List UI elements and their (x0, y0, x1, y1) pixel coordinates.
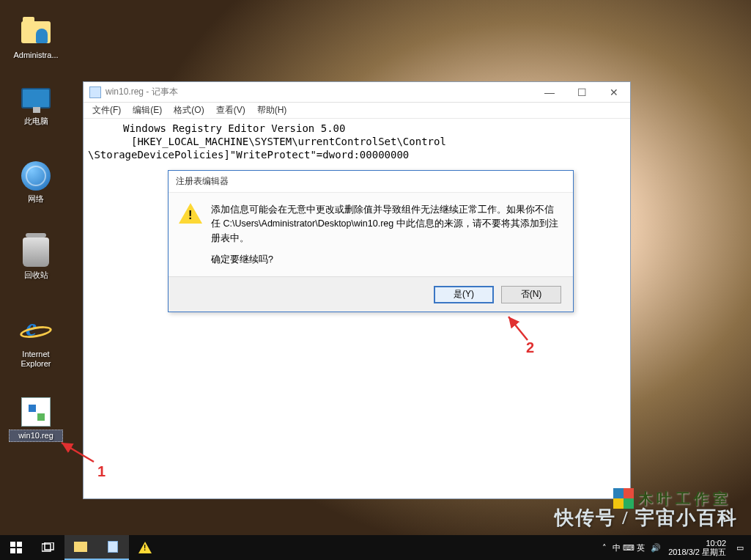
dialog-title: 注册表编辑器 (169, 171, 573, 193)
desktop-icon-label: Administra... (9, 50, 63, 61)
dialog-message-confirm: 确定要继续吗? (211, 253, 563, 267)
recycle-bin-icon (23, 237, 49, 267)
desktop-icon-win10-reg[interactable]: win10.reg (9, 396, 63, 442)
watermark-text: 快传号 / 宇宙小百科 (555, 505, 738, 531)
reg-file-icon (21, 397, 51, 427)
action-center-icon[interactable]: ▭ (733, 543, 747, 553)
desktop-icon-label: 回收站 (9, 270, 63, 281)
registry-dialog[interactable]: 注册表编辑器 添加信息可能会在无意中更改或删除值并导致组件无法继续正常工作。如果… (168, 170, 574, 312)
dialog-text: 添加信息可能会在无意中更改或删除值并导致组件无法继续正常工作。如果你不信任 C:… (211, 203, 563, 276)
notepad-titlebar[interactable]: win10.reg - 记事本 — ☐ ✕ (84, 82, 630, 103)
language-indicator[interactable]: 中 ⌨ 英 (610, 541, 648, 555)
windows-icon (10, 542, 22, 553)
notepad-taskbar-icon (108, 541, 118, 553)
tray-chevron-up-icon[interactable]: ˄ (602, 543, 607, 553)
menu-help[interactable]: 帮助(H) (251, 103, 293, 118)
taskbar-clock[interactable]: 10:02 2018/3/2 星期五 (664, 537, 730, 558)
system-tray[interactable]: ˄ 中 ⌨ 英 🔊 10:02 2018/3/2 星期五 ▭ (602, 535, 751, 560)
warning-icon (179, 203, 202, 276)
notepad-menubar: 文件(F) 编辑(E) 格式(O) 查看(V) 帮助(H) (84, 103, 630, 119)
desktop-icon-ie[interactable]: Internet Explorer (9, 315, 63, 369)
annotation-number-2: 2 (526, 339, 534, 356)
clock-date: 2018/3/2 星期五 (668, 548, 726, 556)
desktop-icon-administrator[interactable]: Administra... (9, 16, 63, 61)
clock-time: 10:02 (668, 539, 726, 548)
svg-rect-4 (10, 548, 15, 553)
globe-icon (21, 161, 51, 191)
desktop-icon-recycle-bin[interactable]: 回收站 (9, 236, 63, 281)
editor-line: \StorageDevicePolicies]"WriteProtect"=dw… (88, 148, 626, 161)
desktop-icon-label: 网络 (9, 194, 63, 205)
task-view-icon (42, 542, 55, 553)
taskbar-app-explorer[interactable] (64, 535, 97, 560)
close-button[interactable]: ✕ (598, 82, 630, 103)
dialog-footer: 是(Y) 否(N) (169, 276, 573, 312)
ie-icon (21, 317, 51, 346)
svg-rect-2 (10, 542, 15, 547)
editor-line: [HKEY_LOCAL_MACHINE\SYSTEM\urrentControl… (88, 135, 626, 148)
menu-format[interactable]: 格式(O) (168, 103, 210, 118)
folder-person-icon (21, 21, 51, 43)
yes-button[interactable]: 是(Y) (434, 286, 494, 303)
desktop-icon-this-pc[interactable]: 此电脑 (9, 82, 63, 127)
no-button[interactable]: 否(N) (501, 286, 561, 303)
start-button[interactable] (0, 535, 32, 560)
svg-rect-5 (17, 548, 22, 553)
volume-icon[interactable]: 🔊 (651, 543, 661, 553)
task-view-button[interactable] (32, 535, 64, 560)
annotation-arrow-1 (59, 441, 95, 465)
editor-line: Windows Registry Editor Version 5.00 (88, 122, 626, 135)
desktop-icon-label: 此电脑 (9, 116, 63, 127)
shield-warning-icon: ! (138, 542, 152, 553)
svg-line-1 (508, 317, 528, 340)
maximize-button[interactable]: ☐ (566, 82, 598, 103)
desktop-icon-label: win10.reg (9, 430, 63, 442)
dialog-body: 添加信息可能会在无意中更改或删除值并导致组件无法继续正常工作。如果你不信任 C:… (169, 193, 573, 276)
svg-rect-3 (17, 542, 22, 547)
svg-line-0 (62, 443, 94, 462)
taskbar-app-shield[interactable]: ! (129, 535, 161, 560)
taskbar[interactable]: ! ˄ 中 ⌨ 英 🔊 10:02 2018/3/2 星期五 ▭ (0, 535, 751, 560)
taskbar-app-notepad[interactable] (97, 535, 129, 560)
menu-edit[interactable]: 编辑(E) (127, 103, 168, 118)
menu-file[interactable]: 文件(F) (86, 103, 127, 118)
menu-view[interactable]: 查看(V) (210, 103, 251, 118)
desktop-icon-label: Internet Explorer (9, 349, 63, 369)
dialog-message-main: 添加信息可能会在无意中更改或删除值并导致组件无法继续正常工作。如果你不信任 C:… (211, 203, 563, 246)
monitor-icon (21, 88, 51, 108)
folder-icon (74, 542, 87, 552)
annotation-number-1: 1 (97, 463, 106, 480)
notepad-icon (89, 86, 101, 98)
notepad-title: win10.reg - 记事本 (106, 86, 178, 98)
minimize-button[interactable]: — (533, 82, 566, 103)
desktop-icon-network[interactable]: 网络 (9, 160, 63, 205)
